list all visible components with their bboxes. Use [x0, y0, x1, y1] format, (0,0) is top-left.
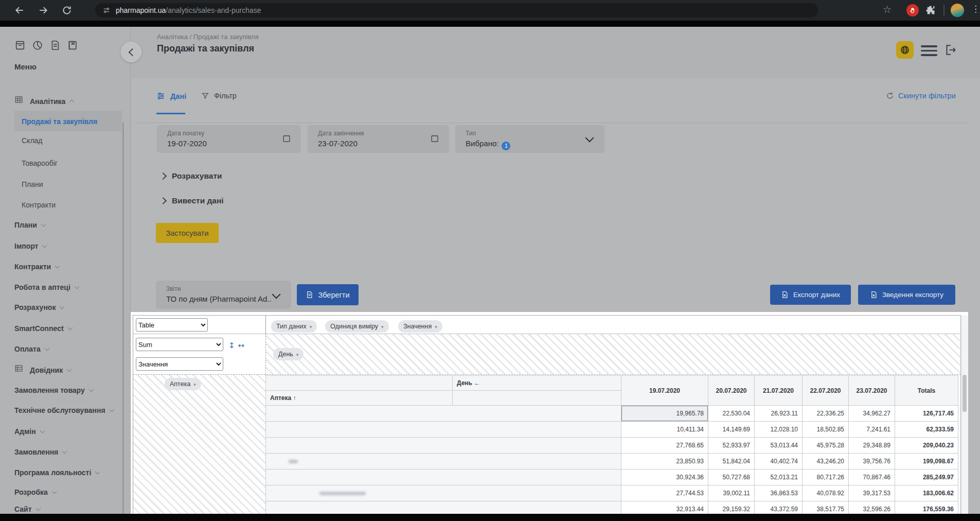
sidebar-item-15[interactable]: Технічне обслуговування [0, 403, 130, 416]
value-cell[interactable]: 36,863.53 [755, 485, 803, 501]
value-cell[interactable]: 51,842.04 [708, 454, 755, 470]
value-cell[interactable]: 22,530.04 [708, 406, 755, 422]
sidebar-item-19[interactable]: Розробка [0, 485, 130, 498]
value-cell[interactable]: 52,933.97 [708, 438, 755, 454]
bookmark-star-icon[interactable]: ☆ [883, 4, 892, 15]
sidebar-item-6[interactable]: Плани [0, 218, 130, 231]
aggregator-arg-select[interactable]: Значення [136, 357, 223, 371]
value-cell[interactable]: 40,078.92 [803, 485, 849, 501]
value-cell[interactable]: 18,502.85 [803, 422, 849, 438]
value-cell[interactable]: 39,002.11 [708, 485, 755, 501]
value-cell[interactable]: 22,336.25 [803, 406, 849, 422]
sidebar-item-7[interactable]: Імпорт [0, 239, 130, 252]
value-cell[interactable]: 12,028.10 [755, 422, 803, 438]
value-cell[interactable]: 26,923.11 [755, 406, 803, 422]
sidebar-item-2[interactable]: Склад [0, 133, 130, 147]
sidebar-item-14[interactable]: Замовлення товару [0, 383, 130, 396]
value-cell[interactable]: 40,402.74 [755, 454, 803, 470]
profile-avatar[interactable] [951, 4, 964, 17]
pivot-column-dropzone[interactable] [266, 334, 960, 374]
sidebar-item-4[interactable]: Плани [0, 177, 130, 190]
row-total-cell[interactable]: 62,333.59 [895, 422, 958, 438]
sidebar-item-label: Адмін [14, 427, 36, 436]
column-axis-label[interactable]: День ← [453, 376, 621, 391]
value-cell[interactable]: 50,727.68 [708, 470, 755, 485]
date-end-field[interactable]: Дата закінчення 23-07-2020 [308, 125, 449, 153]
adblock-extension-icon[interactable] [906, 4, 919, 16]
value-cell[interactable]: 30,924.36 [621, 470, 708, 485]
sidebar-item-18[interactable]: Програма лояльності [0, 465, 130, 479]
row-total-cell[interactable]: 183,006.62 [895, 485, 958, 501]
value-cell[interactable]: 34,962.27 [849, 406, 895, 422]
tab-filter[interactable]: Фільтр [201, 92, 237, 100]
value-cell[interactable]: 14,149.69 [708, 422, 755, 438]
date-start-field[interactable]: Дата початку 19-07-2020 [157, 125, 301, 153]
value-cell[interactable]: 80,717.26 [803, 470, 849, 485]
value-cell[interactable]: 7,241.61 [849, 422, 895, 438]
sidebar-item-16[interactable]: Адмін [0, 424, 130, 438]
reset-filters-link[interactable]: Скинути фільтри [886, 92, 956, 100]
calendar-icon[interactable] [282, 134, 291, 143]
output-section-toggle[interactable]: Вивести дані [161, 196, 224, 205]
row-total-cell[interactable]: 209,040.23 [895, 438, 958, 454]
attribute-pill-0[interactable]: Тип даних▾ [271, 320, 317, 333]
tab-data[interactable]: Дані [156, 92, 186, 100]
url-bar[interactable]: pharmapoint.ua/analytics/sales-and-purch… [95, 3, 818, 18]
sidebar-item-17[interactable]: Замовлення [0, 445, 130, 458]
export-data-button[interactable]: Експорт даних [770, 285, 851, 305]
sidebar-item-3[interactable]: Товарообіг [0, 156, 130, 169]
sidebar-item-5[interactable]: Контракти [0, 198, 130, 211]
browser-menu-icon[interactable]: ⋮ [971, 4, 980, 14]
value-cell[interactable]: 39,317.53 [849, 485, 895, 501]
move-arrows-icon[interactable]: ↕↔ [228, 341, 247, 350]
row-total-cell[interactable]: 199,098.67 [895, 454, 958, 470]
sidebar-scrollbar[interactable] [122, 122, 124, 521]
apply-button[interactable]: Застосувати [156, 223, 219, 243]
value-cell[interactable]: 70,867.46 [849, 470, 895, 485]
sidebar-item-9[interactable]: Робота в аптеці [0, 280, 130, 293]
logout-icon[interactable] [943, 43, 957, 57]
value-cell[interactable]: 19,965.78 [621, 406, 708, 422]
value-cell[interactable]: 53,013.44 [755, 438, 803, 454]
value-cell[interactable]: 29,348.89 [849, 438, 895, 454]
value-cell[interactable]: 43,246.20 [803, 454, 849, 470]
hamburger-menu-icon[interactable] [921, 45, 937, 57]
sidebar-item-12[interactable]: Оплата [0, 342, 130, 355]
calendar-icon[interactable] [430, 134, 439, 143]
active-tab-underline [156, 113, 185, 114]
save-report-button[interactable]: Зберегти [297, 284, 359, 305]
sidebar-item-8[interactable]: Контракти [0, 259, 130, 273]
aggregator-select[interactable]: Sum [136, 338, 223, 351]
row-total-cell[interactable]: 285,249.97 [895, 470, 958, 485]
collapse-sidebar-button[interactable] [121, 42, 141, 62]
language-globe-button[interactable] [896, 41, 914, 59]
value-cell[interactable]: 39,756.76 [849, 454, 895, 470]
sidebar-item-label: Контракти [14, 263, 51, 271]
sidebar-item-1[interactable]: Продажі та закупівля [0, 114, 130, 128]
attribute-pill-2[interactable]: Значення▾ [398, 320, 442, 333]
renderer-select[interactable]: Table [136, 318, 208, 332]
sidebar-item-10[interactable]: Розрахунок [0, 300, 130, 314]
pivot-row-dropzone[interactable] [133, 375, 265, 514]
extensions-puzzle-icon[interactable] [925, 5, 936, 15]
value-cell[interactable]: 45,975.28 [803, 438, 849, 454]
row-attribute-pill[interactable]: Аптека▾ [165, 378, 201, 390]
sidebar-item-13[interactable]: Довідник [0, 363, 130, 376]
value-cell[interactable]: 10,411.34 [621, 422, 708, 438]
export-summary-button[interactable]: Зведення експорту [858, 285, 955, 305]
column-attribute-pill[interactable]: День▾ [273, 348, 304, 360]
pivot-scrollbar-thumb[interactable] [963, 375, 967, 412]
pivot-scrollbar-track[interactable] [961, 316, 968, 514]
row-total-cell[interactable]: 126,717.45 [895, 406, 958, 422]
value-cell[interactable]: 52,013.21 [755, 470, 803, 485]
value-cell[interactable]: 27,744.53 [621, 485, 708, 501]
calculate-section-toggle[interactable]: Розрахувати [161, 171, 222, 181]
value-cell[interactable]: 27,768.65 [621, 438, 708, 454]
report-select-field[interactable]: Звіти ТО по дням (Pharmapoint Ad... [156, 281, 291, 309]
attribute-pill-1[interactable]: Одиниця виміру▾ [325, 320, 389, 333]
type-select-field[interactable]: Тип Вибрано:1 [455, 125, 604, 153]
value-cell[interactable]: 23,850.93 [621, 454, 708, 470]
row-axis-label[interactable]: Аптека ↑ [266, 391, 453, 406]
sidebar-item-11[interactable]: SmartConnect [0, 321, 130, 335]
sidebar-item-0[interactable]: Аналітика [0, 94, 130, 108]
